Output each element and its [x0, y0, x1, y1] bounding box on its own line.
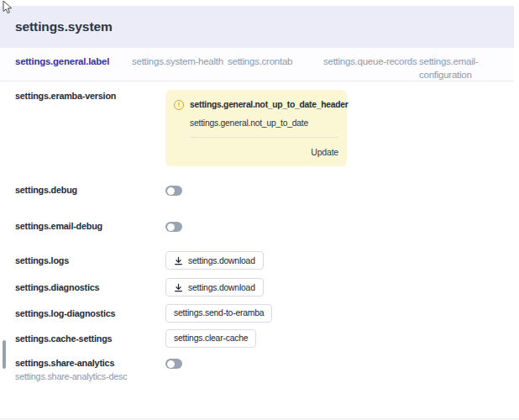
update-alert-header-row: ! settings.general.not_up_to_date_header [174, 99, 338, 110]
left-scrollbar-thumb[interactable] [3, 340, 6, 369]
send-to-eramba-button-label: settings.send-to-eramba [174, 308, 264, 318]
update-link[interactable]: Update [311, 147, 338, 157]
row-logs: settings.logs settings.download [0, 251, 519, 270]
logs-label: settings.logs [15, 255, 165, 266]
row-share-analytics: settings.share-analytics settings.share-… [0, 357, 519, 382]
debug-toggle[interactable] [165, 186, 182, 196]
logs-download-button[interactable]: settings.download [165, 251, 264, 270]
update-alert-body: settings.general.not_up_to_date [190, 118, 338, 129]
row-email-debug: settings.email-debug [0, 220, 519, 234]
eramba-version-label: settings.eramba-version [15, 90, 165, 102]
row-log-diagnostics: settings.log-diagnostics settings.send-t… [0, 304, 519, 322]
update-alert-action-row: Update [174, 144, 338, 159]
clear-cache-button-label: settings.clear-cache [174, 333, 248, 343]
email-debug-toggle[interactable] [165, 222, 182, 232]
log-diagnostics-label: settings.log-diagnostics [15, 307, 165, 319]
update-alert-divider [190, 137, 338, 138]
download-icon [174, 283, 183, 292]
top-strip [0, 0, 519, 6]
warning-circle-icon: ! [174, 100, 184, 110]
tab-bar: settings.general.label settings.system-h… [0, 48, 514, 81]
settings-form: settings.eramba-version ! settings.gener… [0, 81, 519, 382]
tab-settings-general[interactable]: settings.general.label [15, 55, 132, 81]
mouse-cursor-icon [2, 0, 13, 15]
share-analytics-description: settings.share-analytics-desc [15, 371, 165, 382]
diagnostics-download-button[interactable]: settings.download [165, 278, 264, 297]
row-cache-settings: settings.cache-settings settings.clear-c… [0, 329, 519, 347]
diagnostics-label: settings.diagnostics [15, 281, 165, 293]
debug-label: settings.debug [15, 184, 165, 196]
tab-settings-email-configuration[interactable]: settings.email-configuration [419, 55, 515, 81]
email-debug-label: settings.email-debug [15, 220, 165, 232]
bottom-divider [0, 418, 519, 419]
share-analytics-toggle[interactable] [165, 359, 182, 369]
page-header: settings.system [0, 6, 514, 48]
update-alert: ! settings.general.not_up_to_date_header… [165, 90, 347, 166]
cache-settings-label: settings.cache-settings [15, 333, 165, 344]
clear-cache-button[interactable]: settings.clear-cache [165, 329, 256, 348]
send-to-eramba-button[interactable]: settings.send-to-eramba [165, 304, 272, 323]
row-diagnostics: settings.diagnostics settings.download [0, 278, 519, 297]
share-analytics-label-block: settings.share-analytics settings.share-… [15, 357, 165, 382]
page-title: settings.system [15, 19, 113, 34]
update-alert-title: settings.general.not_up_to_date_header [190, 99, 348, 110]
tab-settings-queue-records[interactable]: settings.queue-records [323, 55, 419, 81]
row-debug: settings.debug [0, 184, 519, 197]
share-analytics-label: settings.share-analytics [15, 357, 165, 369]
row-eramba-version: settings.eramba-version ! settings.gener… [0, 90, 519, 166]
logs-download-button-label: settings.download [188, 256, 255, 265]
diagnostics-download-button-label: settings.download [188, 283, 255, 292]
tab-settings-system-health[interactable]: settings.system-health [132, 55, 228, 81]
download-icon [174, 256, 183, 265]
tab-settings-crontab[interactable]: settings.crontab [228, 55, 323, 81]
